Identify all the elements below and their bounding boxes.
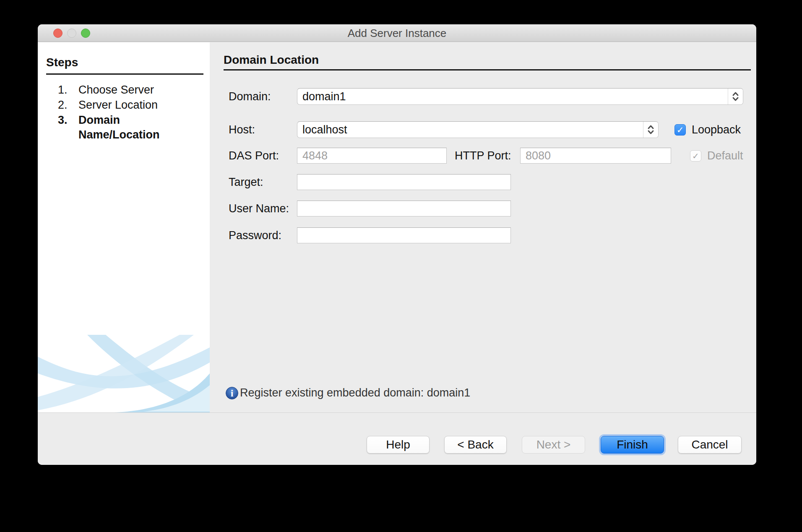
das-port-label: DAS Port: [229, 148, 279, 164]
watermark-graphic [38, 335, 210, 412]
http-port-field [520, 148, 671, 164]
loopback-label: Loopback [692, 123, 741, 136]
finish-button[interactable]: Finish [601, 436, 664, 454]
password-field[interactable] [297, 227, 511, 243]
password-label: Password: [229, 227, 281, 243]
info-message: Register existing embedded domain: domai… [226, 386, 470, 399]
minimize-button[interactable] [67, 29, 76, 38]
domain-combobox[interactable] [297, 88, 743, 105]
cancel-button[interactable]: Cancel [678, 436, 742, 454]
info-icon [226, 387, 238, 399]
add-server-instance-dialog: Add Server Instance Steps 1. Choose Serv… [38, 24, 756, 465]
info-text: Register existing embedded domain: domai… [240, 386, 470, 399]
panel-heading: Domain Location [224, 53, 319, 67]
panel-heading-rule [224, 69, 751, 70]
window-title: Add Server Instance [38, 24, 756, 42]
loopback-checkbox-group[interactable]: Loopback [674, 121, 741, 138]
default-label: Default [707, 149, 743, 162]
step-number: 1. [58, 83, 78, 97]
zoom-button[interactable] [81, 29, 90, 38]
help-button[interactable]: Help [367, 436, 430, 454]
target-label: Target: [229, 174, 263, 190]
step-label: Domain Name/Location [78, 113, 179, 142]
next-button: Next > [522, 436, 585, 454]
das-port-field [297, 148, 447, 164]
step-label: Choose Server [78, 83, 179, 97]
button-bar: Help < Back Next > Finish Cancel [38, 412, 756, 465]
loopback-checkbox[interactable] [674, 124, 686, 136]
step-server-location: 2. Server Location [38, 98, 210, 112]
default-checkbox [690, 150, 701, 162]
back-button[interactable]: < Back [444, 436, 507, 454]
step-domain-name-location: 3. Domain Name/Location [38, 113, 210, 142]
domain-input[interactable] [297, 89, 728, 104]
steps-heading-rule [46, 73, 203, 75]
host-stepper-icon[interactable] [643, 122, 658, 138]
steps-sidebar: Steps 1. Choose Server 2. Server Locatio… [38, 42, 210, 412]
http-port-label: HTTP Port: [455, 148, 511, 164]
user-name-label: User Name: [229, 201, 289, 216]
target-field[interactable] [297, 174, 511, 190]
traffic-lights [53, 24, 90, 42]
domain-label: Domain: [229, 88, 271, 105]
step-label: Server Location [78, 98, 179, 112]
host-label: Host: [229, 121, 255, 138]
host-combobox[interactable] [297, 121, 659, 138]
steps-heading: Steps [46, 56, 78, 69]
close-button[interactable] [53, 29, 62, 38]
domain-stepper-icon[interactable] [728, 89, 743, 104]
host-input[interactable] [297, 122, 643, 138]
steps-list: 1. Choose Server 2. Server Location 3. D… [38, 83, 210, 143]
step-choose-server: 1. Choose Server [38, 83, 210, 97]
title-bar[interactable]: Add Server Instance [38, 24, 756, 42]
default-checkbox-group: Default [690, 148, 743, 164]
domain-location-panel: Domain Location Domain: Host: [210, 42, 756, 412]
user-name-field[interactable] [297, 201, 511, 216]
step-number: 2. [58, 98, 78, 112]
step-number: 3. [58, 113, 78, 142]
